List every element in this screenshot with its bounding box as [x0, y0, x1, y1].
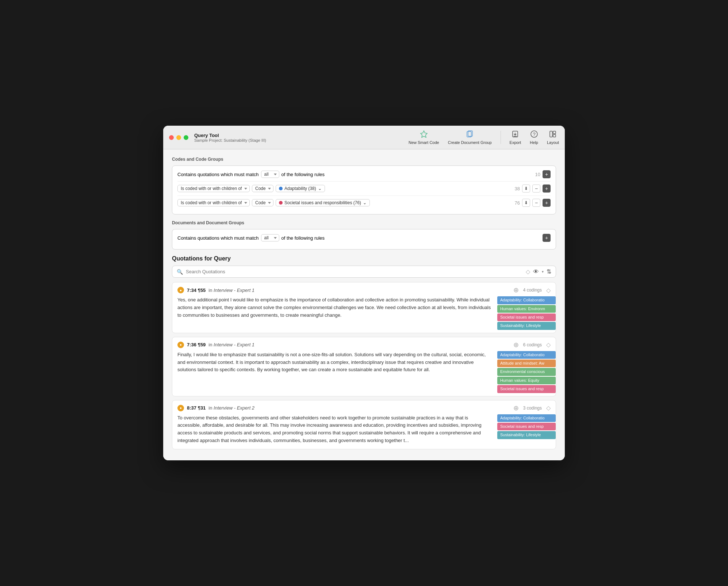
eye-filter-icon[interactable]: 👁 — [533, 269, 539, 275]
codes-rule-2-remove-btn[interactable]: − — [532, 199, 540, 207]
code-chip[interactable]: Adaptability: Collaboratio — [497, 414, 556, 422]
create-document-group-icon — [466, 130, 474, 139]
documents-match-select[interactable]: all any — [261, 234, 279, 241]
quotation-source-icon: ● — [177, 342, 184, 348]
add-quotation-btn[interactable]: ⊕ — [513, 404, 519, 412]
code-chip[interactable]: Societal issues and resp — [497, 423, 556, 430]
quotation-codings-count: 4 codings — [523, 288, 542, 293]
app-subtitle: Sample Project: Sustainability (Stage II… — [194, 138, 409, 142]
code-chip[interactable]: Human values: Equity — [497, 377, 556, 384]
svg-marker-0 — [421, 131, 427, 137]
quotation-card: ● 7:36 ¶59 in Interview - Expert 1 ⊕ 6 c… — [172, 337, 556, 396]
export-label: Export — [510, 140, 521, 145]
quotation-codes: Adaptability: Collaboratio Attitude and … — [497, 351, 556, 396]
code-chip[interactable]: Societal issues and resp — [497, 385, 556, 393]
layout-button[interactable]: Layout — [547, 130, 559, 145]
documents-section-label: Documents and Document Groups — [172, 220, 556, 225]
help-icon: ? — [530, 130, 538, 139]
codes-rule-1-type[interactable]: Code — [252, 185, 273, 192]
code-chip[interactable]: Environmental conscious — [497, 368, 556, 376]
search-actions: ◇ 👁 ▾ ⇅ — [526, 268, 551, 275]
codes-header-prefix: Contains quotations which must match — [177, 172, 259, 177]
code-chip[interactable]: Attitude and mindset: Aw — [497, 359, 556, 367]
codes-rule-1-remove-btn[interactable]: − — [532, 184, 540, 193]
codes-rule-2-code[interactable]: Societal issues and responsibilities (76… — [276, 199, 370, 206]
codes-rule-2: Is coded with or with children of Code S… — [177, 195, 551, 210]
search-input[interactable] — [186, 269, 523, 274]
help-button[interactable]: ? Help — [530, 130, 538, 145]
layout-icon — [549, 130, 557, 139]
codes-rule-2-type[interactable]: Code — [252, 199, 273, 206]
quotation-source-icon: ● — [177, 405, 184, 411]
main-window: Query Tool Sample Project: Sustainabilit… — [163, 126, 565, 460]
quotation-codings-count: 3 codings — [523, 406, 542, 411]
new-smart-code-button[interactable]: New Smart Code — [409, 130, 439, 145]
help-label: Help — [530, 140, 538, 145]
codes-section-label: Codes and Code Groups — [172, 157, 556, 162]
code-chip[interactable]: Sustainability: Lifestyle — [497, 322, 556, 330]
codes-rule-1-export-btn[interactable]: ⬇ — [522, 184, 530, 193]
documents-header-rule: Contains quotations which must match all… — [177, 234, 551, 245]
add-quotation-btn[interactable]: ⊕ — [513, 286, 519, 294]
diamond-filter-icon[interactable]: ◇ — [526, 268, 530, 275]
quotation-actions: ⊕ 3 codings ◇ — [513, 404, 551, 412]
quotation-codings-count: 6 codings — [523, 342, 542, 347]
search-icon: 🔍 — [177, 269, 183, 275]
quotation-ref: 7:34 ¶55 — [187, 288, 206, 293]
maximize-button[interactable] — [184, 135, 188, 140]
close-button[interactable] — [169, 135, 174, 140]
titlebar: Query Tool Sample Project: Sustainabilit… — [163, 126, 565, 149]
codes-rule-2-chevron: ⌄ — [363, 200, 367, 205]
codes-rule-1-code[interactable]: Adaptability (38) ⌄ — [276, 185, 325, 192]
code-chip[interactable]: Adaptability: Collaboratio — [497, 296, 556, 304]
quotation-diamond-btn[interactable]: ◇ — [546, 404, 551, 411]
codes-rule-2-add-btn[interactable]: + — [543, 199, 551, 207]
codes-query-box: Contains quotations which must match all… — [172, 165, 556, 214]
sort-icon[interactable]: ⇅ — [547, 268, 551, 275]
quotation-header: ● 8:37 ¶31 in Interview - Expert 2 ⊕ 3 c… — [172, 400, 556, 414]
quotation-header: ● 7:36 ¶59 in Interview - Expert 1 ⊕ 6 c… — [172, 337, 556, 351]
quotation-card: ● 7:34 ¶55 in Interview - Expert 1 ⊕ 4 c… — [172, 282, 556, 333]
quotation-diamond-btn[interactable]: ◇ — [546, 287, 551, 294]
quotation-diamond-btn[interactable]: ◇ — [546, 341, 551, 348]
quotation-text: Finally, I would like to emphasize that … — [172, 351, 497, 396]
codes-match-select[interactable]: all any — [261, 171, 279, 178]
codes-rule-2-export-btn[interactable]: ⬇ — [522, 199, 530, 207]
app-info: Query Tool Sample Project: Sustainabilit… — [194, 133, 409, 142]
quotation-codes: Adaptability: Collaboratio Human values:… — [497, 296, 556, 333]
codes-rule-1-chevron: ⌄ — [318, 186, 322, 191]
documents-query-box: Contains quotations which must match all… — [172, 229, 556, 250]
codes-rule-1-count: 38 — [515, 186, 520, 191]
toolbar-actions: New Smart Code Create Document Group — [409, 130, 559, 145]
quotation-actions: ⊕ 4 codings ◇ — [513, 286, 551, 294]
code-chip[interactable]: Sustainability: Lifestyle — [497, 431, 556, 439]
codes-add-rule-button[interactable]: + — [543, 170, 551, 178]
codes-header-suffix: of the following rules — [281, 172, 325, 177]
quotation-body: Finally, I would like to emphasize that … — [172, 351, 556, 396]
svg-text:?: ? — [533, 132, 535, 137]
svg-rect-7 — [553, 131, 556, 134]
traffic-lights — [169, 135, 188, 140]
quotation-location: in Interview - Expert 2 — [208, 405, 254, 411]
quotation-text: Yes, one additional point I would like t… — [172, 296, 497, 333]
code-chip[interactable]: Adaptability: Collaboratio — [497, 351, 556, 359]
quotations-title: Quotations for Query — [172, 255, 556, 262]
codes-rule-2-condition[interactable]: Is coded with or with children of — [177, 199, 250, 206]
codes-header-count: 10 — [535, 172, 540, 177]
quotation-body: To overcome these obstacles, governments… — [172, 414, 556, 449]
search-bar: 🔍 ◇ 👁 ▾ ⇅ — [172, 266, 556, 278]
codes-rule-2-code-name: Societal issues and responsibilities (76… — [284, 200, 361, 205]
new-smart-code-label: New Smart Code — [409, 140, 439, 145]
create-document-group-button[interactable]: Create Document Group — [448, 130, 492, 145]
codes-rule-1-condition[interactable]: Is coded with or with children of — [177, 185, 250, 192]
quotation-body: Yes, one additional point I would like t… — [172, 296, 556, 333]
documents-header-suffix: of the following rules — [281, 235, 325, 241]
code-chip[interactable]: Societal issues and resp — [497, 313, 556, 321]
minimize-button[interactable] — [176, 135, 181, 140]
code-chip[interactable]: Human values: Environm — [497, 305, 556, 313]
export-button[interactable]: Export — [510, 130, 521, 145]
add-quotation-btn[interactable]: ⊕ — [513, 341, 519, 349]
quotation-text: To overcome these obstacles, governments… — [172, 414, 497, 449]
documents-add-rule-button[interactable]: + — [543, 234, 551, 242]
codes-rule-1-add-btn[interactable]: + — [543, 184, 551, 193]
